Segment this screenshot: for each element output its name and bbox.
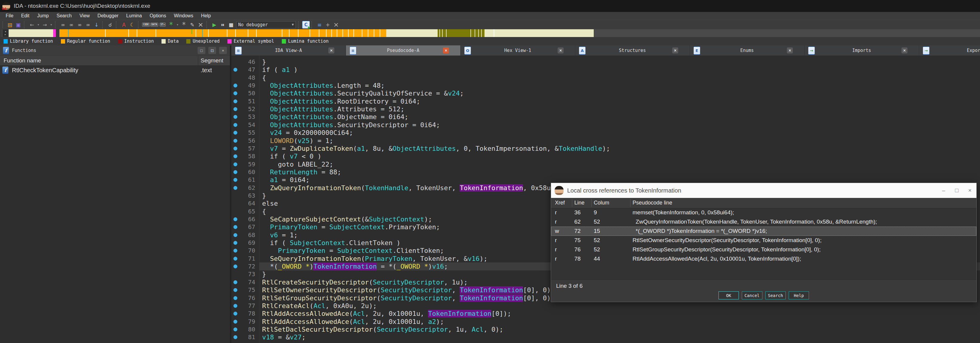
navband-segment[interactable] (484, 29, 594, 37)
search-button[interactable]: Search (765, 291, 786, 299)
ok-button[interactable]: OK (719, 291, 739, 299)
more-menu-icon[interactable]: ▾ (175, 21, 180, 29)
code-line[interactable]: 79RtlAddAccessAllowedAce(Acl, 2u, 0x1000… (231, 318, 980, 326)
code-line[interactable]: 52 ObjectAttributes.Attributes = 512; (231, 105, 980, 113)
code-line[interactable]: 81v18 = &v27; (231, 333, 980, 341)
xref-row[interactable]: r7844RtlAddAccessAllowedAce(Acl, 2u, 0x1… (551, 254, 977, 264)
column-xref[interactable]: Xref (555, 200, 565, 206)
function-name[interactable]: RtlCheckTokenCapability (12, 67, 78, 74)
xref-row[interactable]: w7215 *(_OWORD *)TokenInformation = *(_O… (551, 227, 977, 236)
column-line[interactable]: Line (574, 200, 584, 206)
xref-row[interactable]: r7652RtlSetGroupSecurityDescriptor(Secur… (551, 245, 977, 254)
menu-help[interactable]: Help (197, 12, 215, 20)
code-line[interactable]: 58 if ( v7 < 0 ) (231, 152, 980, 160)
stop-icon[interactable]: ■ (227, 21, 235, 29)
menu-jump[interactable]: Jump (33, 12, 52, 20)
search-icon[interactable]: ☌ (106, 21, 114, 29)
code-line[interactable]: 56 LOWORD(v25) = 1; (231, 137, 980, 145)
code-line[interactable]: 55 v24 = 0x20000000Ci64; (231, 129, 980, 137)
tab-ida-view-a[interactable]: ≡IDA View-A× (231, 45, 346, 56)
menu-options[interactable]: Options (146, 12, 170, 20)
debugger-select[interactable]: No debugger▼ (236, 21, 296, 29)
menu-view[interactable]: View (76, 12, 94, 20)
jump-name-icon[interactable]: ∞ (67, 21, 75, 29)
tab-close-icon[interactable]: × (902, 48, 907, 54)
open-file-icon[interactable]: ▤ (6, 21, 14, 29)
lumina-view-icon[interactable]: ☾ (128, 21, 136, 29)
tab-structures[interactable]: AStructures× (575, 45, 690, 56)
code-line[interactable]: 60 ReturnLength = 88; (231, 168, 980, 176)
column-function-name[interactable]: Function name (3, 57, 41, 64)
xrefs-dialog-titlebar[interactable]: Local cross references to TokenInformati… (551, 183, 977, 198)
problem-list-icon[interactable]: A (120, 21, 128, 29)
functions-panel-titlebar[interactable]: f Functions □ ⊡ × (0, 45, 230, 56)
xref-row[interactable]: r7552RtlSetOwnerSecurityDescriptor(Secur… (551, 236, 977, 245)
navband-segment[interactable] (438, 29, 484, 37)
navband-segment[interactable] (594, 29, 980, 37)
navband-right-arrow-icon[interactable]: ▸ (5, 33, 6, 36)
jump-down-icon[interactable]: ↓ (92, 21, 100, 29)
add-breakpoint-icon[interactable]: + (324, 21, 332, 29)
toolbar-drag-grip[interactable] (2, 22, 5, 28)
undefine-icon[interactable]: * (180, 21, 188, 29)
rename-icon[interactable]: ✎ (188, 21, 196, 29)
dialog-minimize-button[interactable]: – (937, 183, 950, 198)
script-file-icon[interactable]: ≡ (315, 21, 323, 29)
menu-lumina[interactable]: Lumina (123, 12, 146, 20)
functions-close-button[interactable]: × (219, 47, 227, 54)
menu-file[interactable]: File (2, 12, 18, 20)
column-divider[interactable] (198, 56, 198, 65)
navband-segment[interactable] (386, 29, 438, 37)
code-line[interactable]: 77RtlCreateAcl(Acl, 0xA0u, 2u); (231, 302, 980, 310)
tab-close-icon[interactable]: × (558, 48, 563, 54)
forward-history-icon[interactable]: ▾ (49, 21, 53, 29)
code-line[interactable]: 80RtlSetDaclSecurityDescriptor(SecurityD… (231, 326, 980, 333)
code-line[interactable]: 49 ObjectAttributes.Length = 48; (231, 81, 980, 90)
functions-restore-button[interactable]: □ (197, 47, 205, 54)
navband-segment[interactable] (56, 29, 59, 37)
tab-exports[interactable]: →Exports× (919, 45, 980, 56)
lumina-push-icon[interactable]: * (167, 21, 175, 29)
remove-breakpoint-icon[interactable]: × (332, 21, 340, 29)
tab-imports[interactable]: →Imports× (805, 45, 919, 56)
navband-scroll-arrows[interactable]: ◂▸ (3, 30, 8, 37)
tab-close-icon[interactable]: × (672, 48, 678, 54)
pause-icon[interactable]: ▮▮ (219, 21, 227, 29)
navband-left-arrow-icon[interactable]: ◂ (5, 30, 6, 33)
xref-row[interactable]: r6252 ZwQueryInformationToken(TokenHandl… (551, 218, 977, 227)
navband-segment[interactable] (9, 29, 53, 37)
menu-edit[interactable]: Edit (18, 12, 33, 20)
menu-windows[interactable]: Windows (170, 12, 197, 20)
delete-icon[interactable]: × (197, 21, 204, 29)
back-history-icon[interactable]: ▾ (37, 21, 40, 29)
code-line[interactable]: 57 v7 = ZwDuplicateToken(a1, 8u, &Object… (231, 145, 980, 152)
navband-segment[interactable] (53, 29, 56, 37)
functions-cascade-button[interactable]: ⊡ (208, 47, 216, 54)
functions-table-header[interactable]: Function name Segment (0, 56, 230, 66)
help-button[interactable]: Help (789, 291, 809, 299)
function-row[interactable]: fRtlCheckTokenCapability.text (0, 65, 230, 75)
column-segment[interactable]: Segment (200, 57, 223, 64)
jump-address-icon[interactable]: ∞ (59, 21, 67, 29)
column-column[interactable]: Colum (594, 200, 609, 206)
cancel-button[interactable]: Cancel (742, 291, 762, 299)
tab-enums[interactable]: EEnums× (690, 45, 805, 56)
menu-debugger[interactable]: Debugger (94, 12, 123, 20)
dialog-close-button[interactable]: × (963, 183, 977, 198)
tab-close-icon[interactable]: × (443, 48, 449, 54)
tab-hex-view-1[interactable]: OHex View-1× (461, 45, 575, 56)
save-icon[interactable]: ▣ (14, 21, 22, 29)
dialog-maximize-button[interactable]: □ (950, 183, 963, 198)
make-data-icon[interactable]: DATA (150, 21, 158, 29)
navigate-back-icon[interactable]: ← (28, 21, 36, 29)
navigation-band[interactable] (9, 29, 980, 37)
jump-xref-icon[interactable]: ∞ (84, 21, 92, 29)
column-pseudocode-line[interactable]: Pseudocode line (633, 200, 672, 206)
xref-row[interactable]: r369memset(TokenInformation, 0, 0x58ui64… (551, 208, 977, 218)
code-line[interactable]: 53 ObjectAttributes.ObjectName = 0i64; (231, 113, 980, 121)
code-line[interactable]: 47if ( a1 ) (231, 66, 980, 74)
quick-debug-icon[interactable]: C▶ (302, 21, 310, 29)
tab-close-icon[interactable]: × (328, 48, 334, 54)
code-line[interactable]: 54 ObjectAttributes.SecurityDescriptor =… (231, 121, 980, 129)
xrefs-table-header[interactable]: Xref Line Colum Pseudocode line (551, 198, 977, 208)
